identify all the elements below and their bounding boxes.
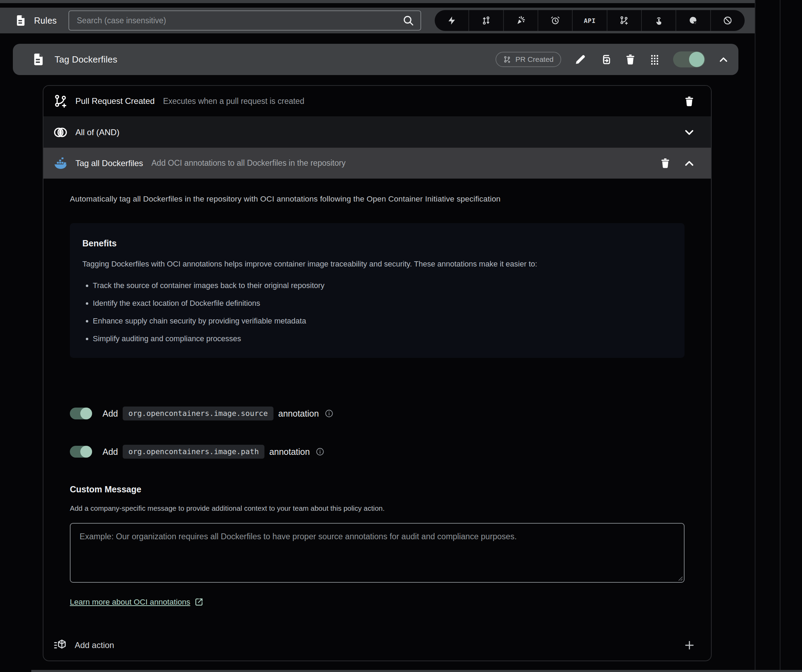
rule-title: Tag Dockerfiles	[55, 54, 118, 65]
message-x-icon[interactable]	[676, 10, 711, 31]
trigger-filter-group: API	[435, 10, 745, 31]
action-header-row[interactable]: Tag all Dockerfiles Add OCI annotations …	[44, 148, 711, 179]
toggle-suffix: annotation	[269, 447, 310, 457]
toggle-prefix: Add	[102, 409, 118, 419]
party-popper-icon[interactable]	[504, 10, 538, 31]
rule-card-header[interactable]: Tag Dockerfiles PR Created	[13, 44, 738, 75]
badge-label: PR Created	[515, 55, 553, 64]
info-icon[interactable]	[315, 447, 325, 456]
ban-icon[interactable]	[711, 10, 745, 31]
trigger-row[interactable]: Pull Request Created Executes when a pul…	[44, 86, 711, 117]
delete-trigger-icon[interactable]	[684, 95, 695, 107]
expand-chevron-down-icon[interactable]	[684, 126, 695, 138]
document-icon	[15, 14, 27, 27]
document-icon	[32, 52, 45, 66]
add-action-row[interactable]: Add action	[44, 630, 711, 661]
external-link-icon	[194, 597, 204, 607]
docker-icon	[53, 156, 68, 171]
toggle-knob	[80, 407, 92, 419]
source-annotation-toggle[interactable]	[70, 407, 92, 419]
custom-message-description: Add a company-specific message to provid…	[70, 504, 684, 512]
duplicate-icon[interactable]	[600, 53, 611, 65]
collapse-chevron-up-icon[interactable]	[718, 54, 729, 65]
top-edge-bar	[0, 0, 755, 3]
benefits-box: Benefits Tagging Dockerfiles with OCI an…	[70, 223, 684, 358]
search-icon	[403, 15, 414, 26]
pr-created-badge: PR Created	[495, 52, 561, 67]
trigger-title: Pull Request Created	[75, 96, 155, 106]
toggle-knob	[689, 52, 704, 67]
edit-pencil-icon[interactable]	[574, 53, 586, 65]
source-annotation-row: Add org.opencontainers.image.source anno…	[70, 407, 684, 420]
condition-title: All of (AND)	[75, 128, 120, 137]
delete-action-icon[interactable]	[660, 157, 671, 169]
benefits-list: Track the source of container images bac…	[82, 281, 672, 343]
add-action-plus-icon[interactable]	[684, 640, 695, 651]
resize-handle[interactable]	[677, 575, 683, 581]
zap-icon[interactable]	[435, 10, 469, 31]
learn-more-label: Learn more about OCI annotations	[70, 598, 190, 607]
trigger-subtitle: Executes when a pull request is created	[163, 97, 304, 106]
rules-header: Rules	[15, 8, 57, 33]
benefit-item: Enhance supply chain security by providi…	[93, 317, 672, 326]
next-card-edge	[31, 670, 802, 672]
drag-handle-icon[interactable]	[650, 54, 660, 65]
page-title: Rules	[34, 16, 57, 26]
toggle-knob	[80, 446, 92, 458]
path-annotation-row: Add org.opencontainers.image.path annota…	[70, 445, 684, 459]
toggle-prefix: Add	[102, 447, 118, 457]
benefits-title: Benefits	[82, 238, 672, 249]
benefit-item: Track the source of container images bac…	[93, 281, 672, 290]
git-compare-icon[interactable]	[469, 10, 503, 31]
annotation-code-chip: org.opencontainers.image.source	[123, 407, 273, 420]
custom-message-title: Custom Message	[70, 485, 684, 494]
blend-and-icon	[53, 125, 68, 140]
benefits-intro: Tagging Dockerfiles with OCI annotations…	[82, 260, 672, 268]
custom-message-textarea[interactable]	[70, 523, 684, 583]
rule-enabled-toggle[interactable]	[673, 52, 705, 68]
action-subtitle: Add OCI annotations to all Dockerfiles i…	[152, 158, 346, 168]
api-icon[interactable]: API	[572, 10, 607, 31]
action-description: Automatically tag all Dockerfiles in the…	[70, 195, 684, 204]
rules-toolbar: Rules API	[0, 8, 755, 33]
git-branch-plus-icon[interactable]	[607, 10, 642, 31]
add-action-cube-icon	[53, 638, 67, 652]
path-annotation-toggle[interactable]	[70, 446, 92, 458]
benefit-item: Simplify auditing and compliance process…	[93, 334, 672, 343]
benefit-item: Identify the exact location of Dockerfil…	[93, 299, 672, 308]
hand-tap-icon[interactable]	[642, 10, 676, 31]
git-branch-plus-icon	[53, 94, 68, 108]
toggle-suffix: annotation	[278, 409, 319, 419]
rule-detail-panel: Pull Request Created Executes when a pul…	[43, 85, 711, 661]
annotation-code-chip: org.opencontainers.image.path	[123, 445, 264, 459]
info-icon[interactable]	[325, 409, 333, 418]
action-detail: Automatically tag all Dockerfiles in the…	[44, 179, 711, 607]
learn-more-link[interactable]: Learn more about OCI annotations	[70, 597, 204, 607]
add-action-label: Add action	[75, 640, 114, 650]
right-divider-1	[755, 0, 755, 672]
right-divider-2	[780, 0, 781, 672]
collapse-chevron-up-icon[interactable]	[684, 157, 695, 169]
delete-trash-icon[interactable]	[624, 53, 636, 65]
action-title: Tag all Dockerfiles	[75, 158, 143, 168]
condition-group-row[interactable]: All of (AND)	[44, 117, 711, 148]
search-box[interactable]	[68, 10, 421, 31]
alarm-clock-icon[interactable]	[538, 10, 572, 31]
search-input[interactable]	[77, 16, 403, 25]
custom-message-field	[70, 523, 684, 583]
